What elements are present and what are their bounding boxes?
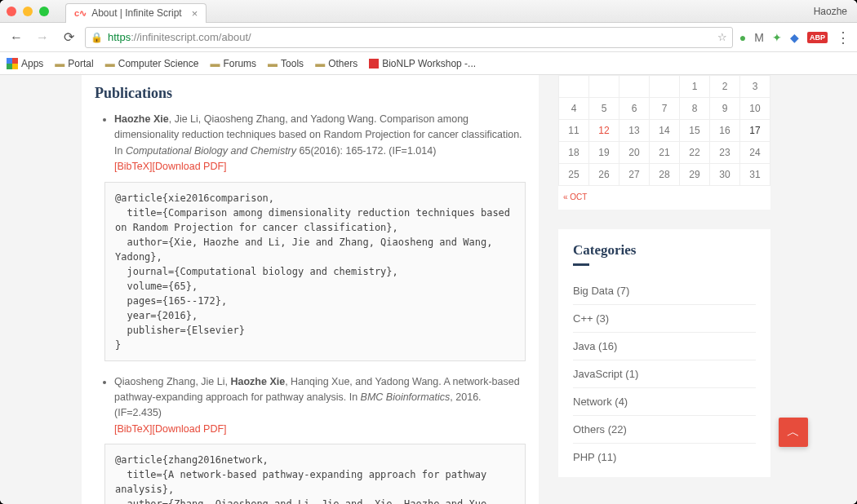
calendar-day[interactable]: 6 (619, 98, 650, 120)
address-bar[interactable]: 🔒 https://infinitescript.com/about/ ☆ (85, 27, 733, 48)
folder-icon: ▬ (268, 58, 278, 69)
category-item[interactable]: Others (22) (573, 416, 756, 444)
category-list: Big Data (7)C++ (3)Java (16)JavaScript (… (573, 277, 756, 471)
author-highlight: Haozhe Xie (114, 113, 169, 125)
close-tab-icon[interactable]: × (192, 7, 198, 20)
maximize-window-button[interactable] (39, 7, 49, 16)
calendar-day[interactable]: 29 (680, 164, 710, 186)
diamond-icon[interactable]: ◆ (790, 31, 799, 44)
calendar-day[interactable]: 7 (650, 98, 680, 120)
bookmark-folder[interactable]: ▬Portal (55, 58, 93, 69)
calendar-day (589, 76, 619, 98)
category-count: (11) (597, 451, 616, 463)
categories-widget: Categories Big Data (7)C++ (3)Java (16)J… (558, 229, 770, 477)
bookmark-folder[interactable]: ▬Forums (210, 58, 256, 69)
calendar-day[interactable]: 26 (589, 164, 619, 186)
browser-tab[interactable]: c∿ About | Infinite Script × (65, 3, 206, 23)
extension-icon[interactable]: ● (739, 31, 746, 44)
category-name: JavaScript (573, 368, 623, 380)
publication-item: Qiaosheng Zhang, Jie Li, Haozhe Xie, Han… (114, 374, 526, 438)
bookmarks-bar: Apps ▬Portal ▬Computer Science ▬Forums ▬… (0, 52, 857, 75)
calendar-day[interactable]: 17 (740, 120, 770, 142)
calendar-day[interactable]: 25 (559, 164, 589, 186)
download-pdf-link[interactable]: [Download PDF] (153, 423, 227, 435)
calendar-day[interactable]: 5 (589, 98, 619, 120)
categories-heading: Categories (573, 242, 756, 259)
calendar-day[interactable]: 10 (740, 98, 770, 120)
url-text: https://infinitescript.com/about/ (108, 31, 251, 43)
calendar-prev-link[interactable]: « OCT (558, 186, 770, 201)
calendar-day (650, 76, 680, 98)
forward-button[interactable]: → (33, 28, 52, 47)
calendar-day[interactable]: 3 (740, 76, 770, 98)
traffic-lights (7, 7, 49, 16)
bibtex-link[interactable]: [BibTeX] (114, 423, 153, 435)
category-item[interactable]: JavaScript (1) (573, 360, 756, 388)
close-window-button[interactable] (7, 7, 16, 16)
calendar-day[interactable]: 22 (680, 142, 710, 164)
bookmark-folder[interactable]: ▬Others (315, 58, 357, 69)
bookmark-link[interactable]: BioNLP Workshop -... (369, 58, 476, 69)
calendar-day[interactable]: 1 (680, 76, 710, 98)
scroll-to-top-button[interactable]: ︿ (779, 418, 808, 447)
calendar-day (559, 76, 589, 98)
minimize-window-button[interactable] (23, 7, 33, 16)
calendar-day[interactable]: 15 (680, 120, 710, 142)
adblock-icon[interactable]: ABP (807, 32, 828, 43)
main-content: Publications Haozhe Xie, Jie Li, Qiaoshe… (82, 75, 539, 504)
evernote-icon[interactable]: ✦ (772, 31, 782, 44)
publication-list: Haozhe Xie, Jie Li, Qiaosheng Zhang, and… (95, 112, 526, 504)
category-item[interactable]: Java (16) (573, 333, 756, 360)
category-item[interactable]: Big Data (7) (573, 277, 756, 305)
folder-icon: ▬ (315, 58, 325, 69)
calendar-day[interactable]: 19 (589, 142, 619, 164)
profile-label[interactable]: Haozhe (814, 6, 847, 17)
reload-button[interactable]: ⟳ (59, 28, 78, 47)
calendar-day[interactable]: 8 (680, 98, 710, 120)
calendar-day[interactable]: 11 (559, 120, 589, 142)
download-pdf-link[interactable]: [Download PDF] (153, 161, 227, 172)
bookmark-folder[interactable]: ▬Tools (268, 58, 304, 69)
calendar-day[interactable]: 27 (619, 164, 650, 186)
category-name: Java (573, 340, 595, 352)
category-item[interactable]: Network (4) (573, 388, 756, 416)
page-viewport[interactable]: Publications Haozhe Xie, Jie Li, Qiaoshe… (0, 75, 857, 504)
bibtex-link[interactable]: [BibTeX] (114, 161, 153, 172)
gmail-icon[interactable]: M (754, 31, 764, 44)
calendar-day[interactable]: 12 (589, 120, 619, 142)
bookmark-folder[interactable]: ▬Computer Science (105, 58, 199, 69)
calendar-day[interactable]: 31 (740, 164, 770, 186)
browser-toolbar: ← → ⟳ 🔒 https://infinitescript.com/about… (0, 23, 857, 52)
bookmark-star-icon[interactable]: ☆ (717, 31, 727, 43)
chrome-menu-icon[interactable]: ⋮ (836, 29, 850, 46)
calendar-day[interactable]: 9 (710, 98, 740, 120)
heading-underline (573, 263, 589, 266)
category-name: Others (573, 423, 605, 435)
calendar-day[interactable]: 30 (710, 164, 740, 186)
venue-name: Computational Biology and Chemistry (126, 145, 296, 157)
apps-shortcut[interactable]: Apps (7, 58, 43, 69)
category-item[interactable]: PHP (11) (573, 444, 756, 471)
calendar-day[interactable]: 23 (710, 142, 740, 164)
bibtex-code: @article{xie2016comparison, title={Compa… (104, 182, 526, 361)
calendar-day[interactable]: 13 (619, 120, 650, 142)
calendar-day[interactable]: 28 (650, 164, 680, 186)
category-count: (7) (617, 285, 630, 297)
extension-icons: ● M ✦ ◆ ABP ⋮ (739, 29, 850, 46)
calendar-day[interactable]: 14 (650, 120, 680, 142)
calendar-day[interactable]: 18 (559, 142, 589, 164)
calendar-table: 1234567891011121314151617181920212223242… (558, 75, 770, 186)
chevron-up-icon: ︿ (787, 424, 800, 441)
back-button[interactable]: ← (7, 28, 26, 47)
category-item[interactable]: C++ (3) (573, 305, 756, 333)
category-count: (16) (598, 340, 617, 352)
calendar-day[interactable]: 24 (740, 142, 770, 164)
calendar-day[interactable]: 20 (619, 142, 650, 164)
apps-icon (7, 58, 18, 69)
calendar-day[interactable]: 4 (559, 98, 589, 120)
calendar-day[interactable]: 16 (710, 120, 740, 142)
sidebar: 1234567891011121314151617181920212223242… (558, 75, 770, 477)
calendar-day[interactable]: 21 (650, 142, 680, 164)
calendar-day[interactable]: 2 (710, 76, 740, 98)
calendar-day (619, 76, 650, 98)
